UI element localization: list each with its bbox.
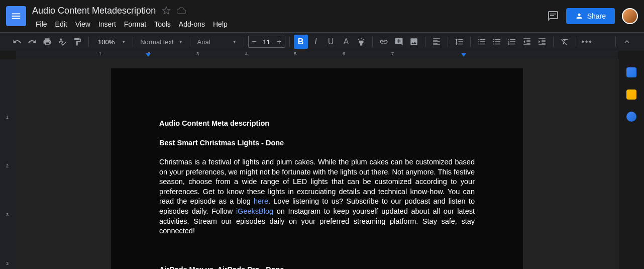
menu-view[interactable]: View <box>72 18 94 30</box>
user-avatar[interactable] <box>622 8 638 24</box>
more-button[interactable]: ••• <box>580 35 594 49</box>
keep-app-icon[interactable] <box>626 89 636 100</box>
chevron-down-icon: ▼ <box>233 40 237 44</box>
share-button[interactable]: Share <box>566 8 615 24</box>
menu-tools[interactable]: Tools <box>151 18 174 30</box>
numbered-list-button[interactable] <box>505 35 519 49</box>
link-here[interactable]: here <box>251 197 268 205</box>
bullet-list-button[interactable] <box>490 35 504 49</box>
line-spacing-button[interactable] <box>452 35 466 49</box>
star-icon[interactable] <box>162 6 171 15</box>
menu-addons[interactable]: Add-ons <box>175 18 208 30</box>
menu-format[interactable]: Format <box>121 18 150 30</box>
doc-spacer <box>159 246 475 256</box>
svg-rect-1 <box>550 15 554 16</box>
checklist-button[interactable] <box>475 35 489 49</box>
insert-image-button[interactable] <box>407 35 421 49</box>
insert-link-button[interactable] <box>377 35 391 49</box>
document-title[interactable]: Audio Content Metadescription <box>32 6 156 16</box>
bold-button[interactable]: B <box>294 35 308 49</box>
docs-app-icon[interactable] <box>6 6 26 26</box>
font-size-increase[interactable]: + <box>274 36 285 47</box>
doc-heading: Audio Content Meta description <box>159 119 475 129</box>
align-button[interactable] <box>430 35 444 49</box>
highlight-button[interactable] <box>354 35 368 49</box>
underline-button[interactable]: U <box>324 35 338 49</box>
menu-insert[interactable]: Insert <box>95 18 120 30</box>
zoom-select[interactable]: 100%▼ <box>93 36 129 48</box>
side-panel <box>618 59 644 269</box>
svg-rect-0 <box>550 14 556 15</box>
font-select[interactable]: Arial▼ <box>194 36 240 48</box>
calendar-app-icon[interactable] <box>626 67 636 77</box>
undo-button[interactable] <box>10 35 24 49</box>
menu-bar: File Edit View Insert Format Tools Add-o… <box>32 18 547 30</box>
text-color-button[interactable] <box>339 35 353 49</box>
increase-indent-button[interactable] <box>535 35 549 49</box>
doc-paragraph: Christmas is a festival of lights and pl… <box>159 157 475 236</box>
share-button-label: Share <box>587 12 606 20</box>
left-indent-marker[interactable] <box>146 53 151 57</box>
toolbar: 100%▼ Normal text▼ Arial▼ − 11 + B I U •… <box>0 32 644 51</box>
spellcheck-button[interactable] <box>55 35 69 49</box>
chevron-down-icon: ▼ <box>179 40 183 44</box>
italic-button[interactable]: I <box>309 35 323 49</box>
doc-subheading: AirPods Max vs. AirPods Pro - Done <box>159 265 475 269</box>
collapse-toolbar-button[interactable] <box>620 35 634 49</box>
paint-format-button[interactable] <box>70 35 84 49</box>
font-size-decrease[interactable]: − <box>249 36 260 47</box>
horizontal-ruler[interactable]: 1 2 3 4 5 6 7 <box>16 51 618 59</box>
chevron-down-icon: ▼ <box>122 40 126 44</box>
share-person-icon <box>575 12 583 20</box>
menu-edit[interactable]: Edit <box>52 18 71 30</box>
clear-formatting-button[interactable] <box>558 35 572 49</box>
decrease-indent-button[interactable] <box>520 35 534 49</box>
cloud-status-icon[interactable] <box>177 6 186 15</box>
print-button[interactable] <box>40 35 54 49</box>
style-select[interactable]: Normal text▼ <box>137 36 185 48</box>
tasks-app-icon[interactable] <box>626 112 636 122</box>
comment-history-icon[interactable] <box>547 10 559 22</box>
vertical-ruler[interactable]: 1 2 3 3 <box>0 59 16 269</box>
font-size-control: − 11 + <box>248 36 285 48</box>
menu-help[interactable]: Help <box>209 18 231 30</box>
document-scroll-area[interactable]: Audio Content Meta description Best Smar… <box>16 59 618 269</box>
redo-button[interactable] <box>25 35 39 49</box>
menu-file[interactable]: File <box>32 18 51 30</box>
document-page[interactable]: Audio Content Meta description Best Smar… <box>111 68 523 269</box>
doc-subheading: Best Smart Christmas Lights - Done <box>159 138 475 148</box>
font-size-value[interactable]: 11 <box>260 38 274 46</box>
right-indent-marker[interactable] <box>461 53 466 57</box>
add-comment-button[interactable] <box>392 35 406 49</box>
link-igeeksblog[interactable]: iGeeksBlog <box>236 207 277 215</box>
